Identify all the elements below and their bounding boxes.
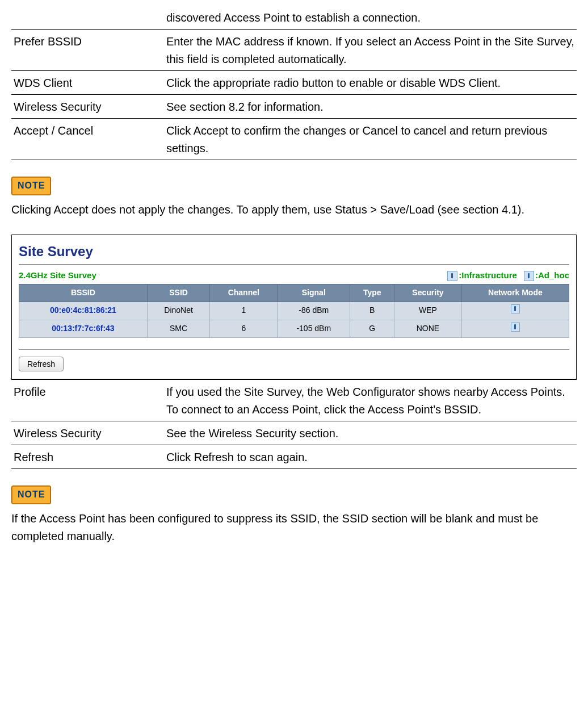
def2-row0-key: Profile	[11, 380, 164, 421]
settings-definitions-table-2: Profile If you used the Site Survey, the…	[11, 379, 577, 469]
site-survey-table: BSSID SSID Channel Signal Type Security …	[19, 284, 569, 338]
def1-row4-desc: Click Accept to confirm the changes or C…	[164, 119, 577, 160]
def1-row1-key: Prefer BSSID	[11, 30, 164, 71]
survey-th-security: Security	[394, 285, 462, 302]
site-survey-panel: Site Survey 2.4GHz Site Survey :Infrastr…	[11, 235, 577, 380]
note-1: NOTE	[11, 176, 577, 195]
panel-legend: :Infrastructure :Ad_hoc	[443, 269, 569, 282]
legend-adhoc-label: :Ad_hoc	[535, 270, 569, 280]
survey-th-channel: Channel	[210, 285, 278, 302]
survey-th-signal: Signal	[278, 285, 350, 302]
survey-security-cell: NONE	[394, 320, 462, 338]
survey-signal-cell: -86 dBm	[278, 302, 350, 320]
panel-title: Site Survey	[19, 241, 569, 262]
adhoc-icon	[524, 271, 534, 281]
survey-type-cell: G	[350, 320, 394, 338]
infrastructure-icon	[447, 271, 457, 281]
note-2-text: If the Access Point has been configured …	[11, 510, 577, 545]
survey-th-mode: Network Mode	[461, 285, 569, 302]
bssid-link[interactable]: 00:e0:4c:81:86:21	[50, 306, 116, 315]
survey-ssid-cell: SMC	[147, 320, 210, 338]
survey-channel-cell: 1	[210, 302, 278, 320]
def1-row3-desc: See section 8.2 for information.	[164, 95, 577, 119]
def2-row2-desc: Click Refresh to scan again.	[164, 445, 577, 469]
def1-row2-key: WDS Client	[11, 71, 164, 95]
survey-mode-cell	[461, 302, 569, 320]
survey-ssid-cell: DinoNet	[147, 302, 210, 320]
survey-bssid-cell[interactable]: 00:13:f7:7c:6f:43	[19, 320, 148, 338]
def2-row1-key: Wireless Security	[11, 421, 164, 445]
def1-row0-desc: discovered Access Point to establish a c…	[164, 6, 577, 30]
survey-row: 00:13:f7:7c:6f:43 SMC 6 -105 dBm G NONE	[19, 320, 569, 338]
panel-bottom-divider	[19, 349, 569, 350]
survey-row: 00:e0:4c:81:86:21 DinoNet 1 -86 dBm B WE…	[19, 302, 569, 320]
panel-divider	[19, 264, 569, 265]
survey-th-bssid: BSSID	[19, 285, 148, 302]
refresh-button[interactable]: Refresh	[19, 357, 64, 371]
def1-row3-key: Wireless Security	[11, 95, 164, 119]
def1-row4-key: Accept / Cancel	[11, 119, 164, 160]
survey-th-ssid: SSID	[147, 285, 210, 302]
survey-type-cell: B	[350, 302, 394, 320]
def2-row1-desc: See the Wireless Security section.	[164, 421, 577, 445]
survey-signal-cell: -105 dBm	[278, 320, 350, 338]
bssid-link[interactable]: 00:13:f7:7c:6f:43	[52, 324, 115, 333]
note-badge-icon: NOTE	[11, 486, 51, 504]
settings-definitions-table-1: discovered Access Point to establish a c…	[11, 6, 577, 160]
note-1-text: Clicking Accept does not apply the chang…	[11, 201, 577, 219]
note-2: NOTE	[11, 485, 577, 504]
note-badge-icon: NOTE	[11, 177, 51, 195]
survey-mode-cell	[461, 320, 569, 338]
def1-row2-desc: Click the appropriate radio button to en…	[164, 71, 577, 95]
survey-bssid-cell[interactable]: 00:e0:4c:81:86:21	[19, 302, 148, 320]
panel-subtitle: 2.4GHz Site Survey	[19, 269, 96, 282]
survey-security-cell: WEP	[394, 302, 462, 320]
legend-infra-label: :Infrastructure	[459, 270, 517, 280]
survey-th-type: Type	[350, 285, 394, 302]
def2-row0-desc: If you used the Site Survey, the Web Con…	[164, 380, 577, 421]
infrastructure-icon	[511, 304, 520, 313]
survey-channel-cell: 6	[210, 320, 278, 338]
def1-row1-desc: Enter the MAC address if known. If you s…	[164, 30, 577, 71]
def2-row2-key: Refresh	[11, 445, 164, 469]
def1-row0-key	[11, 6, 164, 30]
infrastructure-icon	[511, 323, 520, 332]
